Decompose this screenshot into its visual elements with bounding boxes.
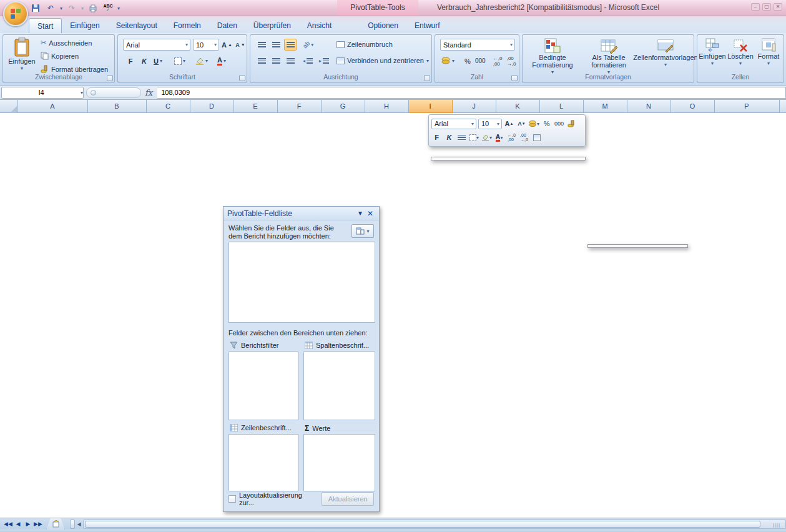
column-header-A[interactable]: A xyxy=(17,100,87,112)
mini-merge-button[interactable] xyxy=(531,132,542,143)
cut-button[interactable]: ✂Ausschneiden xyxy=(41,39,92,47)
paste-button[interactable]: Einfügen▾ xyxy=(7,37,37,72)
column-header-G[interactable]: G xyxy=(321,100,365,112)
column-header-O[interactable]: O xyxy=(671,100,714,112)
font-size-combo[interactable]: 10▾ xyxy=(193,39,219,51)
area-values[interactable] xyxy=(303,434,375,491)
insert-function-icon[interactable]: fx xyxy=(145,88,152,97)
tab-seitenlayout[interactable]: Seitenlayout xyxy=(108,18,165,33)
next-sheet-icon[interactable]: ▶ xyxy=(24,521,32,527)
maximize-icon[interactable]: ▢ xyxy=(762,3,771,11)
undo-dropdown-icon[interactable]: ▾ xyxy=(60,6,62,11)
font-dialog-launcher-icon[interactable] xyxy=(239,75,245,81)
shrink-font-button[interactable]: A▼ xyxy=(234,39,247,51)
hscroll-thumb[interactable] xyxy=(85,521,760,528)
undo-icon[interactable]: ↶ xyxy=(45,2,56,14)
mini-fill-color-button[interactable]: ▾ xyxy=(481,132,492,143)
decrease-indent-button[interactable]: ◂ xyxy=(302,55,314,67)
save-icon[interactable] xyxy=(30,2,41,14)
redo-dropdown-icon[interactable]: ▾ xyxy=(81,6,84,11)
align-center-button[interactable] xyxy=(270,55,282,67)
column-header-K[interactable]: K xyxy=(496,100,539,112)
mini-percent-button[interactable]: % xyxy=(541,118,552,129)
resize-grip-icon[interactable]: |||| xyxy=(773,522,780,528)
column-header-C[interactable]: C xyxy=(146,100,190,112)
align-left-button[interactable] xyxy=(255,55,268,67)
mini-italic-button[interactable]: K xyxy=(444,132,454,143)
mini-format-painter-button[interactable] xyxy=(566,118,577,129)
conditional-formatting-button[interactable]: Bedingte Formatierung▾ xyxy=(526,37,579,76)
mini-accounting-button[interactable]: ▾ xyxy=(529,118,539,129)
print-icon[interactable] xyxy=(87,2,99,14)
redo-icon[interactable]: ↷ xyxy=(66,2,77,14)
delete-cells-button[interactable]: Löschen▾ xyxy=(727,37,754,67)
bold-button[interactable]: F xyxy=(124,55,137,67)
comma-style-button[interactable]: 000 xyxy=(474,55,487,67)
mini-font-size-combo[interactable]: 10▾ xyxy=(478,119,502,129)
mini-increase-decimal-button[interactable]: ←,0,00 xyxy=(506,132,517,143)
column-header-F[interactable]: F xyxy=(277,100,321,112)
mini-bold-button[interactable]: F xyxy=(431,132,442,143)
tab-split-handle[interactable] xyxy=(70,520,75,529)
minimize-icon[interactable]: – xyxy=(751,3,760,11)
percent-style-button[interactable]: % xyxy=(461,55,474,67)
column-header-B[interactable]: B xyxy=(87,100,146,112)
worksheet-grid[interactable]: ABCDEFGHIJKLMNOP xyxy=(0,100,786,518)
column-header-L[interactable]: L xyxy=(539,100,583,112)
spelling-icon[interactable]: ABC✓ xyxy=(102,2,114,14)
mini-font-color-button[interactable]: A▾ xyxy=(494,132,504,143)
close-icon[interactable]: ✕ xyxy=(774,3,782,11)
qat-customize-icon[interactable]: ▾ xyxy=(117,6,120,11)
select-all-corner[interactable] xyxy=(0,100,17,112)
column-header-M[interactable]: M xyxy=(583,100,627,112)
area-column-labels[interactable] xyxy=(303,352,375,420)
alignment-dialog-launcher-icon[interactable] xyxy=(424,75,430,81)
area-report-filter[interactable] xyxy=(228,352,298,420)
number-dialog-launcher-icon[interactable] xyxy=(511,75,518,81)
tab-überprüfen[interactable]: Überprüfen xyxy=(245,18,299,33)
insert-cells-button[interactable]: Einfügen▾ xyxy=(699,37,726,67)
orientation-button[interactable]: ab▾ xyxy=(302,39,315,51)
update-button[interactable]: Aktualisieren xyxy=(322,492,374,506)
column-header-H[interactable]: H xyxy=(365,100,408,112)
horizontal-scrollbar[interactable]: ◀ |||| xyxy=(70,519,786,530)
last-sheet-icon[interactable]: ▶▶ xyxy=(34,521,42,527)
mini-grow-font-button[interactable]: A▲ xyxy=(504,118,514,129)
tab-daten[interactable]: Daten xyxy=(209,18,245,33)
accounting-format-button[interactable]: ▾ xyxy=(440,55,456,67)
format-painter-button[interactable]: Format übertragen xyxy=(41,65,108,73)
name-box-dropdown-icon[interactable]: ▾ xyxy=(81,90,83,96)
pane-dropdown-icon[interactable]: ▼ xyxy=(355,209,365,219)
increase-decimal-button[interactable]: ←,0,00 xyxy=(491,55,504,67)
scroll-left-icon[interactable]: ◀ xyxy=(75,521,83,527)
increase-indent-button[interactable]: ▸ xyxy=(318,55,330,67)
mini-align-center-button[interactable] xyxy=(456,132,467,143)
wrap-text-button[interactable]: Zeilenumbruch xyxy=(337,41,393,48)
cell-styles-button[interactable]: Zellenformatvorlagen▾ xyxy=(639,37,692,69)
mini-comma-button[interactable]: 000 xyxy=(554,118,564,129)
tab-start[interactable]: Start xyxy=(29,18,62,33)
font-name-combo[interactable]: Arial▾ xyxy=(123,39,190,51)
mini-shrink-font-button[interactable]: A▼ xyxy=(516,118,527,129)
mini-decrease-decimal-button[interactable]: ,00→,0 xyxy=(519,132,529,143)
tab-entwurf[interactable]: Entwurf xyxy=(406,18,448,33)
name-box[interactable]: I4▾ xyxy=(1,87,84,99)
column-header-D[interactable]: D xyxy=(190,100,233,112)
borders-button[interactable]: ▾ xyxy=(173,55,187,67)
tab-ansicht[interactable]: Ansicht xyxy=(299,18,340,33)
office-button[interactable] xyxy=(3,1,28,26)
align-right-button[interactable] xyxy=(284,55,297,67)
copy-button[interactable]: Kopieren xyxy=(41,52,79,60)
format-cells-button[interactable]: Format▾ xyxy=(755,37,782,67)
italic-button[interactable]: K xyxy=(138,55,150,67)
column-header-P[interactable]: P xyxy=(714,100,779,112)
formula-input[interactable]: 108,0309 xyxy=(157,87,786,99)
format-as-table-button[interactable]: Als Tabelle formatieren▾ xyxy=(582,37,635,76)
grow-font-button[interactable]: A▲ xyxy=(220,39,233,51)
area-row-labels[interactable] xyxy=(228,434,298,491)
column-header-E[interactable]: E xyxy=(233,100,277,112)
font-color-button[interactable]: A▾ xyxy=(215,55,228,67)
mini-borders-button[interactable]: ▾ xyxy=(469,132,479,143)
align-top-button[interactable] xyxy=(255,39,268,51)
prev-sheet-icon[interactable]: ◀ xyxy=(14,521,22,527)
